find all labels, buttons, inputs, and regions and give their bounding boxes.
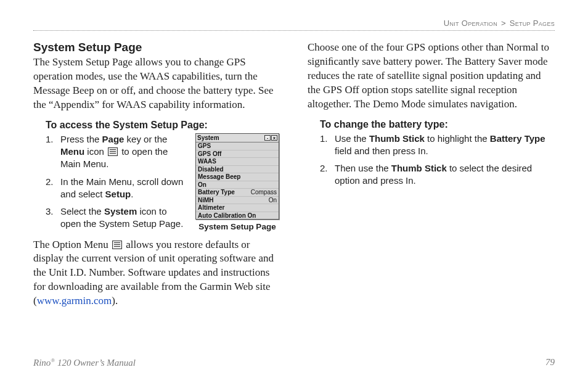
- device-row: Battery TypeCompass: [196, 188, 279, 196]
- device-row-key: GPS: [198, 142, 211, 150]
- crumb-page: Setup Pages: [510, 19, 555, 28]
- figure-caption: System Setup Page: [194, 222, 280, 231]
- left-column: System Setup Page The System Setup Page …: [33, 38, 280, 316]
- right-column: Choose one of the four GPS options other…: [308, 38, 555, 316]
- device-row: WAAS: [196, 157, 279, 165]
- step-item: Then use the Thumb Stick to select the d…: [320, 162, 555, 187]
- step-item: Use the Thumb Stick to highlight the Bat…: [320, 133, 555, 158]
- device-row: NiMHOn: [196, 196, 279, 204]
- device-window-buttons: - x: [264, 135, 277, 141]
- menu-icon: [108, 147, 118, 156]
- device-row-key: NiMH: [198, 197, 214, 204]
- footer-page-number: 79: [545, 357, 555, 368]
- minimize-icon: -: [264, 135, 271, 141]
- gps-options-paragraph: Choose one of the four GPS options other…: [308, 41, 555, 112]
- device-row: Auto Calibration On: [196, 212, 279, 220]
- device-row-key: Battery Type: [198, 189, 235, 196]
- step-item: Press the Page key or the Menu icon to o…: [46, 133, 186, 171]
- device-row-value: Compass: [251, 189, 277, 196]
- footer-product: Rino® 120 Owner’s Manual: [33, 357, 136, 368]
- device-row-value: On: [269, 197, 277, 204]
- device-row-key: Auto Calibration On: [198, 212, 256, 220]
- steps-and-figure: Press the Page key or the Menu icon to o…: [33, 133, 280, 236]
- subheading-access: To access the System Setup Page:: [46, 120, 280, 131]
- steps-battery: Use the Thumb Stick to highlight the Bat…: [320, 133, 555, 187]
- option-menu-paragraph: The Option Menu allows you restore defau…: [33, 238, 280, 309]
- device-row-key: On: [198, 181, 206, 189]
- breadcrumb: Unit Operation > Setup Pages: [33, 19, 555, 31]
- device-titlebar: System - x: [196, 134, 279, 143]
- device-row: GPS: [196, 142, 279, 150]
- close-icon: x: [271, 135, 277, 141]
- step-item: In the Main Menu, scroll down and select…: [46, 176, 186, 201]
- device-row: GPS Off: [196, 150, 279, 158]
- device-screen: System - x GPSGPS OffWAASDisabledMessage…: [195, 133, 279, 220]
- step-item: Select the System icon to open the Syste…: [46, 205, 186, 231]
- garmin-link[interactable]: www.garmin.com: [37, 295, 112, 307]
- device-row-key: Message Beep: [198, 173, 240, 181]
- option-menu-icon: [112, 241, 122, 249]
- page-footer: Rino® 120 Owner’s Manual 79: [33, 357, 555, 368]
- device-title-text: System: [197, 134, 219, 142]
- device-row-key: Altimeter: [198, 204, 224, 212]
- device-row-key: WAAS: [198, 158, 216, 165]
- device-row-key: GPS Off: [198, 150, 221, 158]
- device-row: On: [196, 181, 279, 189]
- crumb-section: Unit Operation: [444, 19, 497, 28]
- page-title: System Setup Page: [33, 41, 280, 54]
- device-row-key: Disabled: [198, 166, 224, 173]
- crumb-sep: >: [501, 19, 506, 28]
- figure-system-setup: System - x GPSGPS OffWAASDisabledMessage…: [194, 133, 280, 232]
- steps-access: Press the Page key or the Menu icon to o…: [46, 133, 186, 236]
- device-row: Message Beep: [196, 173, 279, 181]
- device-row: Altimeter: [196, 204, 279, 212]
- device-row: Disabled: [196, 165, 279, 173]
- subheading-battery: To change the battery type:: [320, 119, 555, 130]
- content-columns: System Setup Page The System Setup Page …: [33, 38, 555, 316]
- intro-paragraph: The System Setup Page allows you to chan…: [33, 56, 280, 112]
